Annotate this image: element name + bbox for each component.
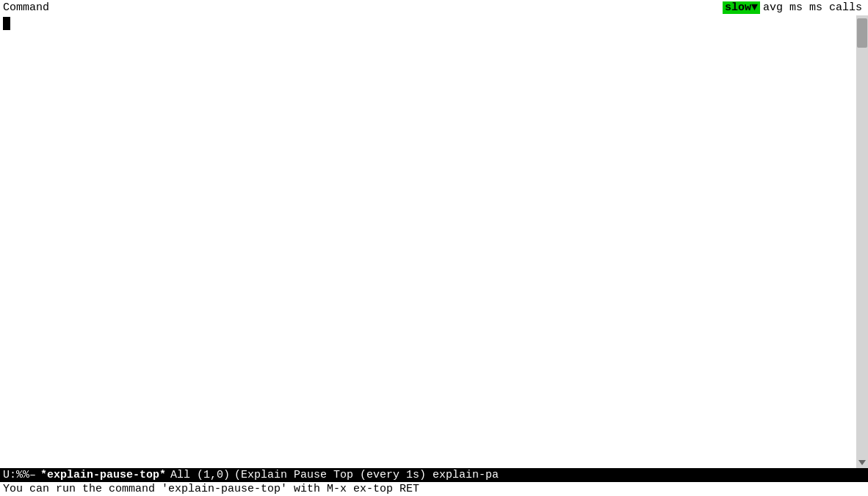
scrollbar[interactable] (856, 15, 868, 468)
slow-label: slow (725, 1, 751, 14)
editor-content[interactable] (0, 15, 856, 468)
header-right: slow▼ avg ms ms calls (723, 1, 862, 14)
slow-badge: slow▼ (723, 1, 760, 14)
header-bar: Command slow▼ avg ms ms calls (0, 0, 868, 15)
major-mode: (Explain Pause Top (every 1s) explain-pa (234, 469, 499, 481)
buffer-name: *explain-pause-top* (40, 469, 166, 481)
scrollbar-down-arrow-icon[interactable] (858, 460, 866, 465)
emacs-window: Command slow▼ avg ms ms calls U:%%– *exp… (0, 0, 868, 496)
echo-area: You can run the command 'explain-pause-t… (0, 482, 868, 496)
command-label: Command (3, 1, 49, 14)
main-area (0, 15, 868, 468)
mode-line: U:%%– *explain-pause-top* All (1,0) (Exp… (0, 468, 868, 482)
mode-line-prefix: U:%%– (3, 469, 36, 481)
scrollbar-thumb[interactable] (857, 18, 867, 48)
slow-arrow: ▼ (751, 1, 758, 14)
text-cursor (3, 17, 10, 30)
echo-text: You can run the command 'explain-pause-t… (3, 483, 419, 495)
column-headers: avg ms ms calls (763, 1, 862, 14)
buffer-position: All (1,0) (170, 469, 230, 481)
